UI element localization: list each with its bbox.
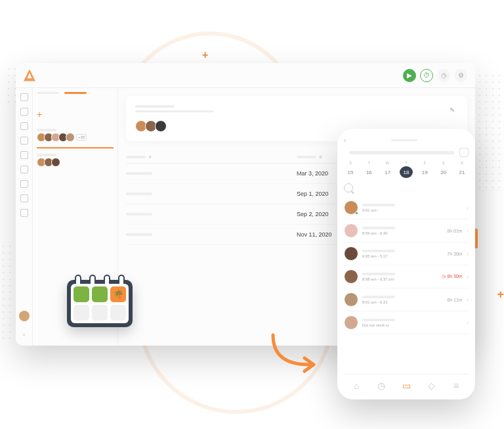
list-item[interactable]: 8:58 am - 6:37 pm ◷ 8h 30m ›: [344, 265, 469, 288]
cal-cell-highlight: 🌴: [110, 286, 126, 302]
chevron-icon: ›: [467, 296, 469, 304]
nav-icon[interactable]: [20, 209, 28, 217]
binder-ring: [104, 275, 110, 284]
sidebar-tab-active[interactable]: [64, 92, 87, 94]
cal-cell: [110, 305, 126, 321]
nav-icon[interactable]: [20, 151, 28, 159]
avatar-icon: [344, 269, 358, 284]
time-range: 8:59 am - 6:30: [362, 231, 443, 235]
online-indicator: [355, 212, 358, 215]
list-item[interactable]: 8:01 am - 6:21 8h 11m ›: [344, 288, 469, 311]
title-skeleton: [391, 139, 417, 141]
chevron-icon: ›: [467, 273, 469, 281]
weekday-label: T: [362, 161, 375, 165]
chevron-icon: ›: [467, 319, 469, 327]
avatar-icon: [344, 223, 358, 238]
list-item[interactable]: 8:59 am - 6:30 8h 01m ›: [344, 219, 469, 242]
nav-home-icon[interactable]: ⌂: [350, 380, 362, 392]
name-skeleton: [362, 250, 395, 252]
duration-label: 8h 01m: [447, 229, 462, 233]
time-range: 9:01 am -: [362, 208, 459, 212]
nav-icon[interactable]: [20, 180, 28, 188]
icon-sidebar: »: [16, 88, 33, 346]
topbar: ▶ ⏱ ◷ ⚙: [16, 63, 475, 88]
duration-label: 8h 11m: [447, 298, 462, 302]
binder-ring: [89, 275, 96, 284]
team-group[interactable]: +38: [37, 126, 114, 145]
back-icon[interactable]: ‹: [344, 137, 346, 144]
expand-icon[interactable]: »: [22, 332, 25, 338]
play-button[interactable]: ▶: [403, 69, 416, 82]
date-range[interactable]: [349, 151, 454, 154]
nav-icon[interactable]: [20, 137, 28, 145]
logo-icon: [24, 70, 35, 81]
plus-icon: +: [497, 288, 504, 302]
nav-timer-icon[interactable]: ◷: [375, 380, 387, 392]
date-button[interactable]: 18: [400, 166, 413, 178]
column-header[interactable]: ⇵: [126, 154, 297, 159]
date-button[interactable]: 21: [455, 166, 469, 178]
title-skeleton: [135, 105, 175, 108]
cal-cell: [92, 305, 108, 321]
sidebar-tab[interactable]: [37, 92, 59, 94]
time-range: 8:01 am - 6:21: [362, 300, 443, 304]
clock-button[interactable]: ◷: [437, 69, 450, 82]
timer-button[interactable]: ⏱: [420, 69, 433, 82]
search-icon[interactable]: [344, 183, 353, 192]
bg-dots: [476, 72, 504, 191]
chevron-icon: ›: [467, 227, 469, 235]
list-item[interactable]: Did not clock in ›: [344, 311, 469, 334]
duration-label: 7h 30m: [447, 252, 462, 256]
arrow-icon: [266, 328, 326, 374]
date-button[interactable]: 20: [437, 166, 450, 178]
name-skeleton: [362, 273, 395, 275]
plus-icon: +: [202, 49, 208, 61]
more-count: +38: [76, 134, 87, 141]
time-range: 9:05 am - 5:17: [362, 254, 443, 258]
bottom-nav: ⌂ ◷ ▭ ◇ ≡: [344, 374, 469, 392]
binder-ring: [75, 275, 81, 284]
group-label: [37, 154, 56, 156]
user-avatar[interactable]: [19, 311, 30, 321]
name-skeleton: [362, 204, 395, 206]
add-button[interactable]: +: [37, 109, 114, 120]
date-button[interactable]: 15: [344, 166, 357, 178]
avatar-icon: [344, 315, 358, 330]
nav-doc-icon[interactable]: ▭: [400, 380, 412, 392]
edit-button[interactable]: ✎: [446, 104, 458, 116]
nav-shield-icon[interactable]: ◇: [425, 380, 437, 392]
list-item[interactable]: 9:01 am - ›: [344, 196, 469, 219]
nav-icon[interactable]: [20, 93, 28, 101]
subtitle-skeleton: [135, 110, 214, 112]
list-item[interactable]: 9:05 am - 5:17 7h 30m ›: [344, 242, 469, 265]
date-button[interactable]: 16: [362, 166, 375, 178]
name-skeleton: [362, 296, 395, 298]
nav-icon[interactable]: [20, 122, 28, 130]
nav-menu-icon[interactable]: ≡: [450, 380, 462, 392]
name-skeleton: [362, 319, 395, 321]
nav-icon[interactable]: [20, 194, 28, 202]
duration-label: ◷ 8h 30m: [442, 274, 462, 279]
weekday-label: S: [455, 161, 469, 165]
settings-button[interactable]: ⚙: [454, 69, 467, 82]
avatar-icon: [344, 246, 358, 261]
chevron-icon: ›: [467, 204, 469, 212]
name-skeleton: [362, 227, 395, 229]
weekday-label: T: [400, 161, 413, 165]
avatar-icon: [51, 158, 60, 167]
date-button[interactable]: 19: [418, 166, 431, 178]
cal-cell: [92, 286, 108, 302]
weekday-label: S: [437, 161, 450, 165]
nav-icon[interactable]: [20, 166, 28, 173]
weekday-label: S: [344, 161, 357, 165]
binder-ring: [118, 275, 125, 284]
nav-icon[interactable]: [20, 108, 28, 116]
date-button[interactable]: 17: [381, 166, 394, 178]
avatar-icon: [66, 133, 75, 142]
cal-cell: [74, 286, 89, 302]
calendar-icon[interactable]: [459, 148, 469, 157]
weekday-label: F: [418, 161, 431, 165]
team-group[interactable]: [37, 151, 114, 169]
time-range: Did not clock in: [362, 323, 459, 327]
cal-cell: [74, 305, 89, 321]
